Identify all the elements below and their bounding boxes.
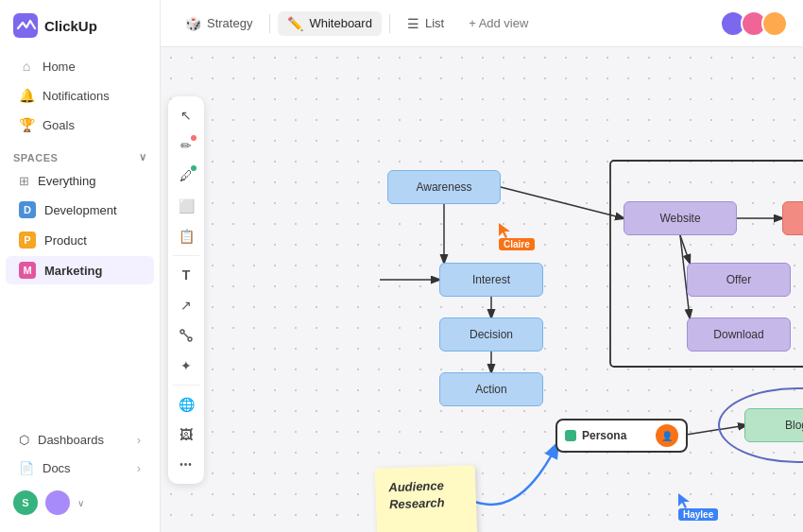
- tab-strategy[interactable]: 🎲 Strategy: [176, 11, 262, 36]
- sidebar-item-development[interactable]: D Development: [6, 196, 154, 224]
- spaces-section: Spaces ∨: [0, 144, 160, 167]
- product-dot: P: [19, 232, 36, 249]
- home-icon: ⌂: [19, 59, 34, 74]
- blog-label: Blog: [785, 419, 803, 432]
- spaces-label: Spaces: [13, 152, 58, 163]
- interest-label: Interest: [472, 273, 510, 286]
- highlighter-dot: [191, 165, 196, 171]
- svg-line-3: [184, 334, 188, 337]
- svg-line-5: [501, 187, 624, 218]
- header-avatars: [720, 10, 788, 37]
- dashboards-label: Dashboards: [38, 433, 104, 447]
- whiteboard-canvas[interactable]: ↖ ✏ 🖊 ⬜ 📋 T ↗ ✦ 🌐: [161, 47, 803, 532]
- node-interest: Interest: [439, 263, 543, 297]
- sidebar-goals-label: Goals: [43, 118, 75, 132]
- claire-label: Claire: [499, 238, 535, 250]
- everything-icon: ⊞: [19, 174, 29, 188]
- node-offer: Offer: [687, 263, 791, 297]
- sidebar-item-goals[interactable]: 🏆 Goals: [6, 111, 154, 139]
- sidebar-item-dashboards[interactable]: ⬡ Dashboards ›: [6, 426, 154, 454]
- strategy-label: Strategy: [207, 16, 252, 30]
- awareness-label: Awareness: [416, 180, 471, 194]
- add-view-button[interactable]: + Add view: [459, 11, 538, 35]
- sidebar-item-everything[interactable]: ⊞ Everything: [6, 168, 154, 194]
- user-area[interactable]: S ∨: [0, 483, 160, 523]
- svg-point-1: [180, 330, 184, 334]
- app-name: ClickUp: [44, 18, 97, 34]
- node-decision: Decision: [439, 317, 543, 352]
- sidebar: ClickUp ⌂ Home 🔔 Notifications 🏆 Goals S…: [0, 0, 161, 532]
- sticky-note-text: AudienceResearch: [388, 478, 445, 511]
- whiteboard-toolbar: ↖ ✏ 🖊 ⬜ 📋 T ↗ ✦ 🌐: [168, 96, 204, 484]
- list-label: List: [425, 16, 444, 30]
- tool-pen[interactable]: ✏: [173, 132, 199, 159]
- tool-magic[interactable]: ✦: [173, 352, 199, 379]
- tool-cursor[interactable]: ↖: [173, 102, 199, 129]
- website-label: Website: [659, 212, 700, 225]
- user-avatar: S: [13, 490, 38, 515]
- sidebar-item-product[interactable]: P Product: [6, 226, 154, 254]
- node-website: Website: [624, 201, 737, 235]
- app-logo[interactable]: ClickUp: [0, 0, 160, 47]
- haylee-label: Haylee: [678, 508, 718, 521]
- pen-dot: [191, 135, 196, 141]
- tool-connect[interactable]: [173, 322, 199, 349]
- offer-label: Offer: [726, 273, 751, 286]
- everything-label: Everything: [38, 174, 95, 188]
- tab-whiteboard[interactable]: ✏️ Whiteboard: [278, 11, 381, 36]
- header-divider-1: [269, 14, 270, 33]
- toolbar-separator-1: [173, 255, 199, 256]
- svg-point-2: [188, 337, 192, 341]
- sidebar-notifications-label: Notifications: [43, 89, 110, 103]
- sidebar-item-docs[interactable]: 📄 Docs ›: [6, 455, 154, 482]
- cursor-haylee: Haylee: [678, 493, 718, 521]
- goals-icon: 🏆: [19, 117, 34, 132]
- node-blog: Blog: [744, 408, 803, 442]
- download-label: Download: [713, 328, 763, 341]
- toolbar-separator-2: [173, 385, 199, 386]
- tool-highlighter[interactable]: 🖊: [173, 163, 199, 189]
- tool-more[interactable]: •••: [173, 452, 199, 478]
- node-action: Action: [439, 372, 543, 406]
- strategy-icon: 🎲: [185, 16, 201, 31]
- product-label: Product: [44, 233, 87, 248]
- marketing-dot: M: [19, 262, 36, 279]
- header: 🎲 Strategy ✏️ Whiteboard ☰ List + Add vi…: [161, 0, 803, 47]
- tool-text[interactable]: T: [173, 262, 199, 288]
- spaces-chevron[interactable]: ∨: [139, 151, 147, 163]
- tool-arrow[interactable]: ↗: [173, 292, 199, 318]
- node-homepage: Homepage: [782, 201, 803, 235]
- add-view-label: + Add view: [469, 16, 528, 30]
- persona-avatar: 👤: [656, 424, 678, 447]
- whiteboard-icon: ✏️: [287, 16, 303, 31]
- tool-globe[interactable]: 🌐: [173, 391, 199, 418]
- sidebar-item-notifications[interactable]: 🔔 Notifications: [6, 81, 154, 110]
- collaborator-avatar-3: [761, 10, 788, 37]
- sidebar-item-marketing[interactable]: M Marketing: [6, 256, 154, 284]
- user-photo-avatar: [45, 490, 70, 515]
- sidebar-nav: ⌂ Home 🔔 Notifications 🏆 Goals: [0, 47, 160, 144]
- tool-image[interactable]: 🖼: [173, 421, 199, 448]
- svg-line-10: [680, 235, 690, 263]
- node-awareness: Awareness: [387, 170, 501, 204]
- persona-label: Persona: [582, 429, 626, 442]
- user-chevron: ∨: [77, 498, 84, 508]
- bell-icon: 🔔: [19, 88, 34, 103]
- whiteboard-label: Whiteboard: [309, 16, 371, 30]
- sidebar-item-home[interactable]: ⌂ Home: [6, 52, 154, 80]
- header-divider-2: [389, 14, 390, 33]
- marketing-label: Marketing: [44, 264, 102, 278]
- sidebar-bottom: ⬡ Dashboards › 📄 Docs › S ∨: [0, 425, 160, 532]
- cursor-claire: Claire: [499, 223, 535, 250]
- development-label: Development: [44, 203, 117, 217]
- action-label: Action: [475, 383, 506, 396]
- tool-shapes[interactable]: ⬜: [173, 193, 199, 219]
- persona-dot: [565, 430, 576, 441]
- decision-label: Decision: [470, 328, 513, 341]
- tool-sticky[interactable]: 📋: [173, 223, 199, 249]
- tab-list[interactable]: ☰ List: [398, 11, 453, 36]
- docs-label: Docs: [43, 461, 71, 475]
- list-icon: ☰: [407, 16, 419, 31]
- node-download: Download: [687, 317, 791, 352]
- svg-line-14: [680, 425, 746, 436]
